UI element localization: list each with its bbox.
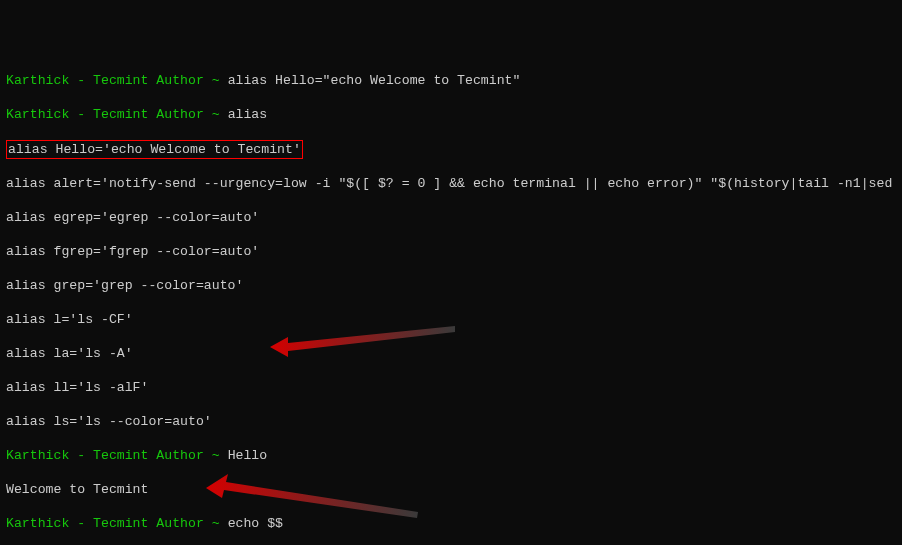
output-text: alias la='ls -A' <box>6 345 896 362</box>
output-text: alias fgrep='fgrep --color=auto' <box>6 243 896 260</box>
output-text: Welcome to Tecmint <box>6 481 896 498</box>
prompt: Karthick - Tecmint Author <box>6 107 204 122</box>
terminal-line: Karthick - Tecmint Author ~ alias Hello=… <box>6 72 896 89</box>
terminal-line: alias Hello='echo Welcome to Tecmint' <box>6 140 896 158</box>
prompt: Karthick - Tecmint Author <box>6 73 204 88</box>
highlight-box: alias Hello='echo Welcome to Tecmint' <box>6 140 303 159</box>
prompt: Karthick - Tecmint Author <box>6 448 204 463</box>
command-text: echo $$ <box>228 516 283 531</box>
output-text: alias grep='grep --color=auto' <box>6 277 896 294</box>
command-text: Hello <box>228 448 268 463</box>
output-text: alias l='ls -CF' <box>6 311 896 328</box>
terminal-line: Karthick - Tecmint Author ~ Hello <box>6 447 896 464</box>
output-text: alias ll='ls -alF' <box>6 379 896 396</box>
terminal-line: Karthick - Tecmint Author ~ alias <box>6 106 896 123</box>
terminal-line: Karthick - Tecmint Author ~ echo $$ <box>6 515 896 532</box>
prompt: Karthick - Tecmint Author <box>6 516 204 531</box>
annotation-arrow-icon <box>270 283 460 384</box>
command-text: alias Hello="echo Welcome to Tecmint" <box>228 73 521 88</box>
output-text: alias egrep='egrep --color=auto' <box>6 209 896 226</box>
command-text: alias <box>228 107 268 122</box>
output-text: alias Hello='echo Welcome to Tecmint' <box>8 142 301 157</box>
output-text: alias ls='ls --color=auto' <box>6 413 896 430</box>
output-text: alias alert='notify-send --urgency=low -… <box>6 175 896 192</box>
